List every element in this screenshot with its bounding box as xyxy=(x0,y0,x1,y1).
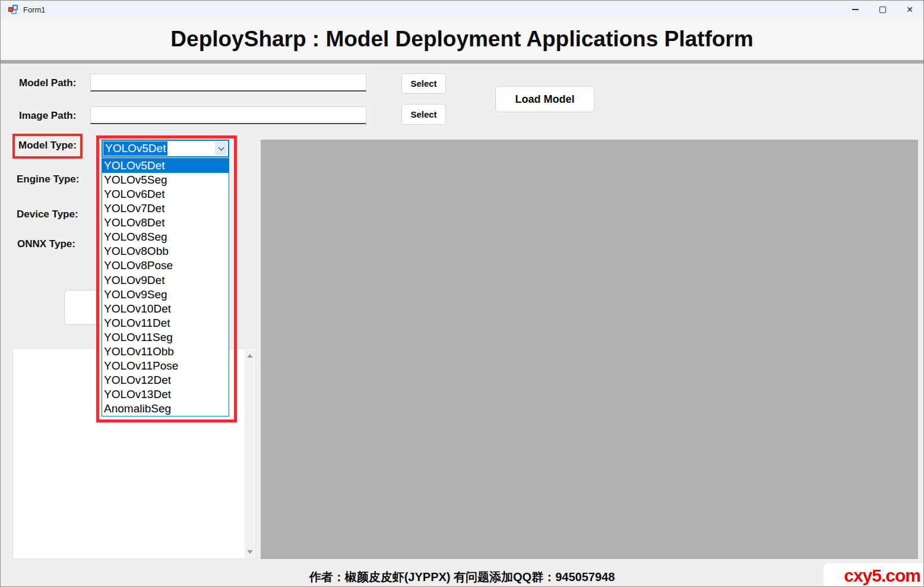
scroll-up-button[interactable] xyxy=(245,351,255,361)
header-divider xyxy=(1,60,923,64)
dropdown-option[interactable]: YOLOv8Seg xyxy=(102,230,229,244)
model-path-input[interactable] xyxy=(90,74,366,91)
onnx-type-label: ONNX Type: xyxy=(17,238,75,250)
app-header: DeploySharp : Model Deployment Applicati… xyxy=(1,18,923,60)
dropdown-option[interactable]: AnomalibSeg xyxy=(102,402,229,416)
footer-credit: 作者：椒颜皮皮虾(JYPPX) 有问题添加QQ群：945057948 xyxy=(1,569,923,585)
minimize-icon xyxy=(852,9,859,10)
window-controls: ✕ xyxy=(841,1,923,18)
engine-type-label: Engine Type: xyxy=(17,173,79,185)
select-image-button[interactable]: Select xyxy=(401,104,446,125)
combobox-dropdown-button[interactable] xyxy=(215,142,227,155)
app-window: Form1 ✕ DeploySharp : Model Deployment A… xyxy=(0,0,924,587)
winforms-app-icon xyxy=(8,5,18,14)
dropdown-option[interactable]: YOLOv11Det xyxy=(102,316,229,330)
dropdown-option[interactable]: YOLOv9Det xyxy=(102,273,229,288)
window-title: Form1 xyxy=(23,5,46,14)
dropdown-option[interactable]: YOLOv13Det xyxy=(102,387,229,402)
model-type-dropdown-list[interactable]: YOLOv5DetYOLOv5SegYOLOv6DetYOLOv7DetYOLO… xyxy=(102,158,229,416)
dropdown-option[interactable]: YOLOv12Det xyxy=(102,373,229,387)
dropdown-option[interactable]: YOLOv7Det xyxy=(102,201,229,216)
dropdown-option[interactable]: YOLOv5Seg xyxy=(102,173,229,187)
image-path-input[interactable] xyxy=(90,106,366,124)
dropdown-option[interactable]: YOLOv11Seg xyxy=(102,330,229,345)
close-icon: ✕ xyxy=(906,5,913,14)
dropdown-option[interactable]: YOLOv9Seg xyxy=(102,288,229,302)
load-model-button[interactable]: Load Model xyxy=(495,86,594,112)
dropdown-option[interactable]: YOLOv6Det xyxy=(102,187,229,201)
select-model-button[interactable]: Select xyxy=(401,73,446,94)
dropdown-option[interactable]: YOLOv5Det xyxy=(102,159,229,173)
dropdown-option[interactable]: YOLOv11Pose xyxy=(102,359,229,373)
dropdown-option[interactable]: YOLOv8Pose xyxy=(102,258,229,273)
scroll-down-icon xyxy=(247,550,253,554)
scroll-down-button[interactable] xyxy=(245,547,255,557)
listbox-scrollbar[interactable] xyxy=(245,349,255,558)
dropdown-option[interactable]: YOLOv8Det xyxy=(102,216,229,230)
watermark-text: cxy5.com xyxy=(844,566,920,586)
scroll-up-icon xyxy=(247,354,253,358)
image-display-area xyxy=(261,140,918,559)
model-path-label: Model Path: xyxy=(19,77,76,89)
dropdown-option[interactable]: YOLOv10Det xyxy=(102,302,229,316)
hidden-button[interactable] xyxy=(64,290,106,325)
close-button[interactable]: ✕ xyxy=(896,1,923,18)
maximize-button[interactable] xyxy=(869,1,896,18)
title-bar: Form1 ✕ xyxy=(1,1,923,18)
dropdown-option[interactable]: YOLOv11Obb xyxy=(102,345,229,359)
maximize-icon xyxy=(879,7,886,13)
model-type-label: Model Type: xyxy=(18,140,77,152)
device-type-label: Device Type: xyxy=(17,209,78,220)
page-title: DeploySharp : Model Deployment Applicati… xyxy=(170,27,753,52)
watermark-box: cxy5.com xyxy=(824,563,924,587)
minimize-button[interactable] xyxy=(841,1,869,18)
model-type-combobox[interactable]: YOLOv5Det xyxy=(102,140,229,157)
chevron-down-icon xyxy=(218,145,224,151)
combobox-selected-value: YOLOv5Det xyxy=(103,141,167,156)
image-path-label: Image Path: xyxy=(19,110,76,122)
dropdown-option[interactable]: YOLOv8Obb xyxy=(102,244,229,258)
